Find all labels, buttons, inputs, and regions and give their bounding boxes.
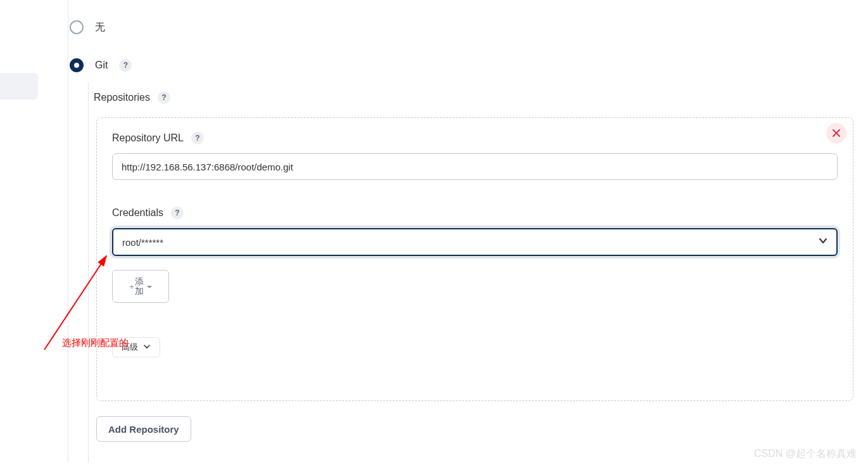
add-button-label: 添加 [135, 277, 144, 297]
close-icon [833, 129, 840, 137]
radio-label-none: 无 [95, 21, 105, 34]
radio-icon-selected [70, 58, 84, 72]
plus-icon: + [129, 282, 134, 291]
credentials-label-text: Credentials [112, 207, 163, 219]
caret-down-icon [147, 281, 152, 291]
repository-block: Repository URL ? Credentials ? root/****… [96, 117, 853, 401]
watermark: CSDN @起个名称真难 [754, 447, 857, 461]
radio-label-git: Git [95, 60, 108, 71]
credentials-select-wrapper: root/****** [112, 228, 838, 256]
repository-url-input[interactable] [112, 153, 838, 180]
sidebar-stub [0, 73, 38, 99]
help-icon[interactable]: ? [119, 59, 132, 72]
repositories-text: Repositories [94, 92, 150, 103]
chevron-down-icon [143, 343, 151, 352]
radio-icon [70, 20, 84, 34]
vertical-divider [68, 0, 68, 463]
repository-url-label: Repository URL ? [112, 132, 838, 144]
credentials-selected-value: root/****** [122, 237, 163, 248]
add-repository-button[interactable]: Add Repository [96, 416, 191, 442]
url-label-text: Repository URL [112, 132, 184, 144]
annotation-text: 选择刚刚配置的 [62, 337, 129, 349]
scm-option-none[interactable]: 无 [70, 20, 105, 34]
vertical-divider-inner [88, 82, 89, 463]
help-icon[interactable]: ? [158, 91, 170, 104]
remove-repository-button[interactable] [826, 123, 846, 143]
repositories-section-label: Repositories ? [94, 91, 170, 104]
credentials-select[interactable]: root/****** [112, 228, 838, 256]
help-icon[interactable]: ? [191, 132, 204, 144]
add-credentials-button[interactable]: + 添加 [112, 270, 169, 303]
scm-option-git[interactable]: Git ? [70, 58, 132, 72]
credentials-label: Credentials ? [112, 207, 838, 219]
help-icon[interactable]: ? [171, 207, 184, 219]
